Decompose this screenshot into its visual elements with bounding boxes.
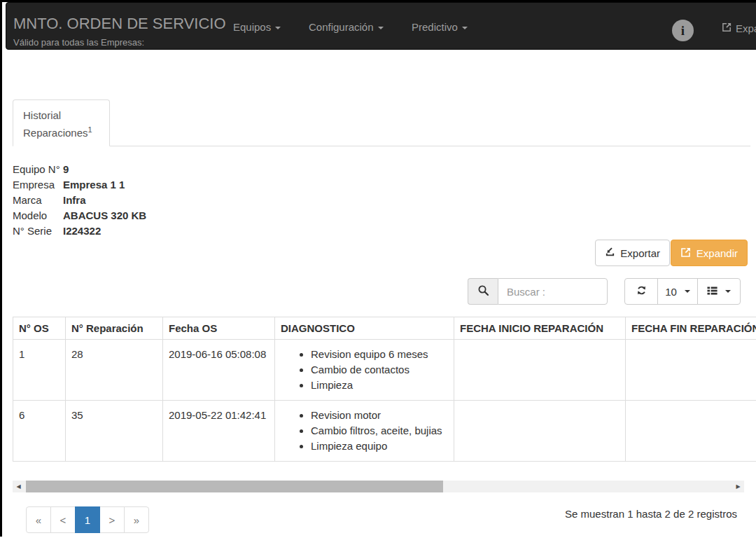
- nav-menu-predictivo[interactable]: Predictivo: [412, 21, 468, 33]
- table-row[interactable]: 6352019-05-22 01:42:41Revision motorCamb…: [13, 401, 756, 462]
- tabs-divider: [13, 146, 750, 146]
- diagnostico-item: Cambio filtros, aceite, bujias: [311, 423, 448, 439]
- nav-menu-label: Predictivo: [412, 21, 458, 33]
- page-1-button[interactable]: 1: [75, 506, 100, 533]
- column-header: N° Reparación: [66, 317, 163, 340]
- next-page-button[interactable]: >: [99, 506, 125, 533]
- column-header: DIAGNOSTICO: [275, 317, 454, 340]
- diagnostico-item: Revision motor: [311, 408, 448, 423]
- chevron-down-icon: [685, 290, 690, 293]
- search-addon: [468, 278, 498, 305]
- equipment-row: Equipo N°9: [13, 162, 146, 177]
- equipment-value: Infra: [63, 194, 86, 206]
- column-header: N° OS: [13, 317, 66, 340]
- expand-button[interactable]: Expandir: [671, 240, 748, 266]
- tab-superscript: 1: [88, 125, 92, 134]
- table-cell: [454, 401, 626, 462]
- search-input[interactable]: [498, 278, 608, 305]
- refresh-icon: [636, 284, 648, 298]
- search-group: [468, 278, 608, 305]
- equipment-label: N° Serie: [13, 223, 63, 239]
- app-title: MNTO. ORDEN DE SERVICIO: [13, 15, 226, 33]
- horizontal-scrollbar: ◀ ▶: [13, 481, 744, 492]
- chevron-down-icon: [462, 27, 468, 29]
- diagnostico-cell: Revision motorCambio filtros, aceite, bu…: [275, 401, 454, 462]
- chevron-down-icon: [378, 27, 384, 29]
- equipment-value: 9: [63, 163, 69, 175]
- diagnostico-item: Limpieza equipo: [311, 439, 448, 454]
- equipment-label: Marca: [13, 193, 63, 208]
- navbar: MNTO. ORDEN DE SERVICIO Válido para toda…: [6, 2, 756, 50]
- nav-menu-configuraci-n[interactable]: Configuración: [309, 21, 384, 33]
- table-controls: 10: [624, 278, 741, 305]
- info-button[interactable]: i: [672, 20, 694, 41]
- columns-list-icon: [707, 286, 718, 298]
- expand-icon: [722, 22, 732, 34]
- page-size-dropdown[interactable]: 10: [657, 278, 698, 305]
- diagnostico-item: Limpieza: [311, 378, 448, 393]
- tab-historial-reparaciones[interactable]: Historial Reparaciones1: [13, 99, 110, 146]
- equipment-label: Empresa: [13, 177, 63, 193]
- navbar-expand-link[interactable]: Expandir: [722, 22, 756, 34]
- expand-icon: [680, 247, 692, 260]
- diagnostico-item: Cambio de contactos: [311, 362, 448, 378]
- column-header: Fecha OS: [163, 317, 275, 340]
- export-button-label: Exportar: [620, 247, 660, 259]
- scrollbar-track[interactable]: [24, 481, 732, 492]
- equipment-value: I224322: [63, 225, 101, 237]
- expand-button-label: Expandir: [696, 247, 738, 259]
- columns-dropdown[interactable]: [697, 278, 741, 305]
- chevron-down-icon: [725, 290, 731, 293]
- app-subtitle: Válido para todas las Empresas:: [13, 37, 144, 48]
- table-row[interactable]: 1282019-06-16 05:08:08Revision equipo 6 …: [13, 340, 756, 401]
- navbar-expand-label: Expandir: [736, 22, 756, 34]
- last-page-button[interactable]: »: [124, 506, 149, 533]
- equipment-info: Equipo N°9EmpresaEmpresa 1 1MarcaInfraMo…: [13, 162, 146, 239]
- repairs-table-wrap: N° OSN° ReparaciónFecha OSDIAGNOSTICOFEC…: [13, 317, 756, 464]
- export-button[interactable]: Exportar: [595, 240, 670, 266]
- column-header: FECHA INICIO REPARACIÓN: [454, 317, 626, 340]
- app-screen: MNTO. ORDEN DE SERVICIO Válido para toda…: [0, 0, 756, 552]
- equipment-label: Modelo: [13, 208, 63, 223]
- equipment-row: MarcaInfra: [13, 193, 146, 208]
- equipment-row: EmpresaEmpresa 1 1: [13, 177, 146, 193]
- table-cell: [626, 340, 756, 401]
- refresh-button[interactable]: [624, 278, 658, 305]
- pagination: «<1>»: [26, 506, 149, 533]
- records-summary: Se muestran 1 hasta 2 de 2 registros: [565, 508, 737, 520]
- scroll-left-arrow-icon[interactable]: ◀: [13, 481, 24, 492]
- nav-menu-label: Equipos: [233, 21, 271, 33]
- first-page-button[interactable]: «: [26, 506, 51, 533]
- equipment-value: Empresa 1 1: [63, 179, 125, 191]
- chevron-down-icon: [275, 27, 281, 29]
- tab-label: Historial Reparaciones: [23, 109, 88, 139]
- repairs-table: N° OSN° ReparaciónFecha OSDIAGNOSTICOFEC…: [13, 317, 756, 462]
- table-cell: 28: [66, 340, 163, 401]
- equipment-value: ABACUS 320 KB: [63, 209, 146, 221]
- export-icon: [605, 247, 615, 259]
- table-cell: 2019-06-16 05:08:08: [163, 340, 275, 401]
- table-cell: 2019-05-22 01:42:41: [163, 401, 275, 462]
- equipment-label: Equipo N°: [13, 162, 63, 177]
- nav-menu-equipos[interactable]: Equipos: [233, 21, 281, 33]
- search-icon: [477, 284, 489, 299]
- table-cell: [454, 340, 626, 401]
- equipment-row: ModeloABACUS 320 KB: [13, 208, 146, 223]
- scrollbar-thumb[interactable]: [26, 481, 443, 492]
- diagnostico-cell: Revision equipo 6 mesesCambio de contact…: [275, 340, 454, 401]
- column-header: FECHA FIN REPARACIÓN: [626, 317, 756, 340]
- scroll-right-arrow-icon[interactable]: ▶: [732, 481, 744, 492]
- equipment-row: N° SerieI224322: [13, 223, 146, 239]
- page-size-value: 10: [665, 286, 677, 298]
- table-cell: 1: [13, 340, 66, 401]
- table-cell: 6: [13, 401, 66, 462]
- diagnostico-item: Revision equipo 6 meses: [311, 347, 448, 362]
- info-icon: i: [681, 24, 685, 37]
- table-cell: [626, 401, 756, 462]
- table-cell: 35: [66, 401, 163, 462]
- prev-page-button[interactable]: <: [50, 506, 76, 533]
- window-left-edge: [0, 0, 2, 537]
- nav-menu-label: Configuración: [309, 21, 374, 33]
